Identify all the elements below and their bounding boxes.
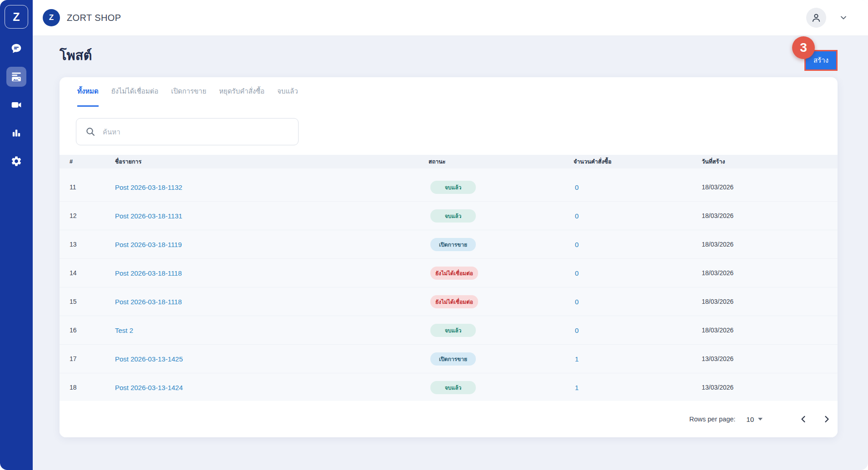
sidebar-item-settings[interactable] <box>6 151 26 171</box>
post-name-link[interactable]: Post 2026-03-13-1425 <box>115 345 183 373</box>
status-cell: จบแล้ว <box>430 173 476 201</box>
rows-per-page-select[interactable]: 10 <box>746 416 763 423</box>
status-cell: ยังไม่ได้เชื่อมต่อ <box>430 287 478 316</box>
post-name-link[interactable]: Post 2026-03-18-1131 <box>115 202 182 230</box>
brand-name: ZORT SHOP <box>67 13 121 23</box>
table-row: 11 Post 2026-03-18-1132 จบแล้ว 0 18/03/2… <box>60 173 838 202</box>
post-name-link[interactable]: Post 2026-03-18-1119 <box>115 230 182 258</box>
orders-count-link[interactable]: 0 <box>575 230 579 258</box>
sidebar-logo[interactable]: Z <box>5 5 28 29</box>
created-date: 13/03/2026 <box>702 373 733 401</box>
search-input[interactable] <box>102 128 291 136</box>
status-badge: จบแล้ว <box>430 381 476 394</box>
post-name-link[interactable]: Post 2026-03-18-1118 <box>115 259 182 287</box>
row-index: 14 <box>70 259 77 287</box>
avatar[interactable] <box>806 8 826 28</box>
created-date: 18/03/2026 <box>702 202 733 230</box>
created-date: 18/03/2026 <box>702 259 733 287</box>
table-row: 12 Post 2026-03-18-1131 จบแล้ว 0 18/03/2… <box>60 202 838 230</box>
status-cell: จบแล้ว <box>430 202 476 230</box>
post-name-link[interactable]: Post 2026-03-18-1118 <box>115 287 182 316</box>
sidebar-item-stats[interactable] <box>6 123 26 143</box>
tab-all[interactable]: ทั้งหมด <box>77 77 99 107</box>
zort-logo-icon: Z <box>49 13 54 22</box>
sidebar-item-video[interactable] <box>6 95 26 115</box>
stats-icon <box>10 127 22 139</box>
status-badge: จบแล้ว <box>430 324 476 337</box>
posts-card: ทั้งหมด ยังไม่ได้เชื่อมต่อ เปิดการขาย หย… <box>60 77 838 437</box>
orders-count-link[interactable]: 0 <box>575 173 579 201</box>
row-index: 16 <box>70 316 77 344</box>
sidebar-item-chat[interactable] <box>6 39 26 59</box>
rows-per-page-label: Rows per page: <box>689 416 736 423</box>
status-badge: ยังไม่ได้เชื่อมต่อ <box>430 267 478 280</box>
avatar-person-icon <box>811 12 822 23</box>
next-page-button[interactable] <box>818 410 836 428</box>
annotation-highlight-box: 3 สร้าง <box>804 50 838 71</box>
tab-open-for-sale[interactable]: เปิดการขาย <box>171 77 206 107</box>
brand: Z ZORT SHOP <box>43 9 121 26</box>
post-name-link[interactable]: Post 2026-03-13-1424 <box>115 373 183 401</box>
orders-count-link[interactable]: 1 <box>575 373 579 401</box>
tab-stop-orders[interactable]: หยุดรับคำสั่งซื้อ <box>219 77 264 107</box>
annotation-step-badge: 3 <box>792 36 815 59</box>
table-row: 16 Test 2 จบแล้ว 0 18/03/2026 <box>60 316 838 345</box>
orders-count-link[interactable]: 1 <box>575 345 579 373</box>
status-badge: ยังไม่ได้เชื่อมต่อ <box>430 295 478 308</box>
sidebar-nav <box>0 39 33 171</box>
sidebar-item-posts[interactable] <box>6 67 26 87</box>
row-index: 13 <box>70 230 77 258</box>
chevron-down-icon[interactable] <box>839 13 848 22</box>
caret-down-icon <box>758 418 763 421</box>
search-box[interactable] <box>76 118 299 145</box>
orders-count-link[interactable]: 0 <box>575 287 579 316</box>
table-row: 17 Post 2026-03-13-1425 เปิดการขาย 1 13/… <box>60 345 838 373</box>
row-index: 11 <box>70 173 76 201</box>
header-right <box>806 8 848 28</box>
post-name-link[interactable]: Test 2 <box>115 316 133 344</box>
row-index: 18 <box>70 373 77 401</box>
table-row: 14 Post 2026-03-18-1118 ยังไม่ได้เชื่อมต… <box>60 259 838 287</box>
posts-icon <box>10 71 22 83</box>
table-row: 13 Post 2026-03-18-1119 เปิดการขาย 0 18/… <box>60 230 838 259</box>
column-header-date: วันที่สร้าง <box>702 155 725 168</box>
search-icon <box>85 127 95 137</box>
table-header: # ชื่อรายการ สถานะ จำนวนคำสั่งซื้อ วันที… <box>60 155 838 168</box>
tab-finished[interactable]: จบแล้ว <box>277 77 298 107</box>
tab-bar: ทั้งหมด ยังไม่ได้เชื่อมต่อ เปิดการขาย หย… <box>60 77 838 107</box>
video-icon <box>10 99 22 111</box>
previous-page-button[interactable] <box>794 410 813 428</box>
zort-logo-icon: Z <box>13 10 20 24</box>
column-header-index: # <box>70 155 73 168</box>
brand-logo[interactable]: Z <box>43 9 60 26</box>
table-body: 11 Post 2026-03-18-1132 จบแล้ว 0 18/03/2… <box>60 168 838 402</box>
top-header: Z ZORT SHOP <box>33 0 868 36</box>
row-index: 12 <box>70 202 77 230</box>
status-badge: จบแล้ว <box>430 181 476 194</box>
sidebar: Z <box>0 0 33 470</box>
table-row: 15 Post 2026-03-18-1118 ยังไม่ได้เชื่อมต… <box>60 287 838 316</box>
column-header-orders: จำนวนคำสั่งซื้อ <box>574 155 612 168</box>
chevron-right-icon <box>822 415 831 424</box>
status-badge: เปิดการขาย <box>430 238 476 251</box>
orders-count-link[interactable]: 0 <box>575 202 579 230</box>
table-row: 18 Post 2026-03-13-1424 จบแล้ว 1 13/03/2… <box>60 373 838 402</box>
created-date: 18/03/2026 <box>702 230 733 258</box>
post-name-link[interactable]: Post 2026-03-18-1132 <box>115 173 182 201</box>
app-window: Z <box>0 0 868 470</box>
tab-not-connected[interactable]: ยังไม่ได้เชื่อมต่อ <box>111 77 159 107</box>
created-date: 18/03/2026 <box>702 287 733 316</box>
status-cell: เปิดการขาย <box>430 345 476 373</box>
status-badge: เปิดการขาย <box>430 352 476 366</box>
status-cell: ยังไม่ได้เชื่อมต่อ <box>430 259 478 287</box>
status-cell: จบแล้ว <box>430 373 476 401</box>
chat-icon <box>10 43 22 54</box>
column-header-name: ชื่อรายการ <box>115 155 141 168</box>
status-cell: จบแล้ว <box>430 316 476 344</box>
chevron-left-icon <box>799 415 808 424</box>
page-title: โพสต์ <box>60 45 92 66</box>
status-badge: จบแล้ว <box>430 209 476 223</box>
orders-count-link[interactable]: 0 <box>575 316 579 344</box>
pagination-bar: Rows per page: 10 <box>60 401 838 437</box>
orders-count-link[interactable]: 0 <box>575 259 579 287</box>
